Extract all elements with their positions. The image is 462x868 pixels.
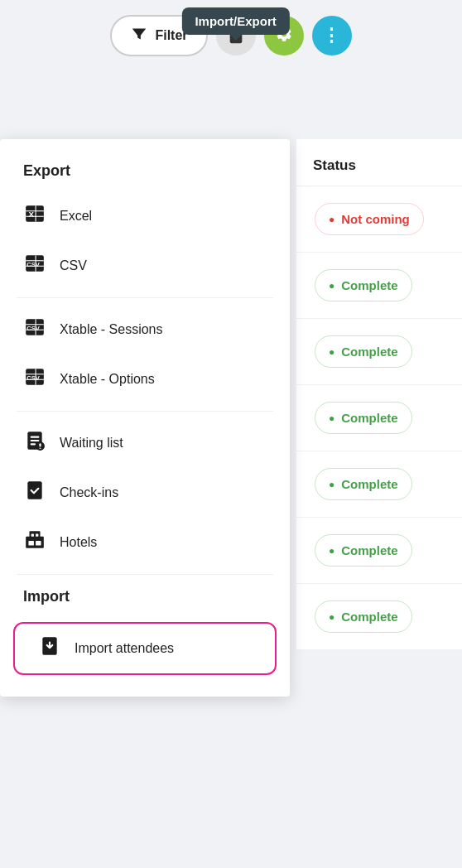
status-badge-complete-5: ● Complete <box>315 534 412 567</box>
hotels-icon <box>23 529 46 556</box>
svg-rect-29 <box>30 531 41 538</box>
import-attendees-icon <box>38 635 61 662</box>
menu-item-xtable-sessions[interactable]: CSV Xtable - Sessions <box>0 305 290 354</box>
export-import-menu: Export X Excel CSV <box>0 139 290 697</box>
svg-rect-25 <box>39 443 41 446</box>
complete-label-1: Complete <box>341 278 397 292</box>
complete-label-3: Complete <box>341 411 397 425</box>
tooltip-label: Import/Export <box>195 14 276 28</box>
status-panel: Status ● Not coming ● Complete ● <box>296 139 462 650</box>
menu-item-csv[interactable]: CSV CSV <box>0 241 290 291</box>
xtable-sessions-icon: CSV <box>23 316 46 343</box>
toolbar: Filter Import/Export ⋮ <box>0 0 462 65</box>
status-badge-complete-3: ● Complete <box>315 402 412 434</box>
svg-rect-31 <box>36 541 41 545</box>
status-row-3: ● Complete <box>296 385 462 451</box>
xtable-options-icon: CSV <box>23 366 46 393</box>
menu-item-check-ins[interactable]: Check-ins <box>0 468 290 518</box>
status-badge-complete-4: ● Complete <box>315 468 412 500</box>
status-row-6: ● Complete <box>296 584 462 650</box>
svg-text:CSV: CSV <box>26 374 40 382</box>
complete-dot-2: ● <box>329 346 334 358</box>
excel-label: Excel <box>60 209 92 224</box>
divider-3 <box>17 574 273 575</box>
divider-2 <box>17 411 273 412</box>
status-row-1: ● Complete <box>296 253 462 319</box>
not-coming-label: Not coming <box>341 212 410 226</box>
complete-dot-4: ● <box>329 479 334 490</box>
status-badge-not-coming: ● Not coming <box>315 203 424 235</box>
status-header: Status <box>296 139 462 186</box>
status-rows: ● Not coming ● Complete ● Complete <box>296 186 462 650</box>
complete-label-5: Complete <box>341 543 397 557</box>
status-badge-complete-1: ● Complete <box>315 269 412 301</box>
import-export-tooltip: Import/Export <box>181 7 289 35</box>
svg-text:CSV: CSV <box>26 261 40 268</box>
import-attendees-label: Import attendees <box>75 641 174 656</box>
complete-dot-5: ● <box>329 545 334 557</box>
status-row-5: ● Complete <box>296 518 462 584</box>
svg-rect-23 <box>31 443 36 445</box>
svg-rect-27 <box>27 481 41 499</box>
check-ins-label: Check-ins <box>60 485 118 500</box>
svg-rect-22 <box>31 440 40 441</box>
export-section-title: Export <box>0 156 290 191</box>
more-icon: ⋮ <box>322 25 341 46</box>
import-export-wrapper: Import/Export <box>216 16 256 55</box>
complete-label-6: Complete <box>341 610 397 624</box>
status-badge-complete-6: ● Complete <box>315 600 412 633</box>
check-ins-icon <box>23 480 46 506</box>
waiting-list-icon <box>23 430 46 456</box>
not-coming-dot: ● <box>329 214 334 225</box>
more-options-button[interactable]: ⋮ <box>312 16 352 55</box>
excel-icon: X <box>23 203 46 229</box>
csv-label: CSV <box>60 258 87 273</box>
status-row-4: ● Complete <box>296 451 462 518</box>
hotels-label: Hotels <box>60 535 97 550</box>
svg-rect-33 <box>36 533 38 536</box>
menu-item-xtable-options[interactable]: CSV Xtable - Options <box>0 354 290 404</box>
svg-rect-32 <box>31 533 34 536</box>
status-row-0: ● Not coming <box>296 186 462 253</box>
waiting-list-label: Waiting list <box>60 436 123 451</box>
filter-icon <box>130 25 148 46</box>
status-row-2: ● Complete <box>296 319 462 385</box>
xtable-sessions-label: Xtable - Sessions <box>60 322 163 337</box>
svg-text:CSV: CSV <box>26 325 40 332</box>
import-section-title: Import <box>0 581 290 617</box>
menu-item-import-attendees[interactable]: Import attendees <box>13 622 277 675</box>
divider-1 <box>17 297 273 298</box>
menu-item-excel[interactable]: X Excel <box>0 191 290 241</box>
svg-rect-21 <box>31 436 40 438</box>
status-badge-complete-2: ● Complete <box>315 335 412 368</box>
xtable-options-label: Xtable - Options <box>60 372 155 387</box>
complete-dot-1: ● <box>329 280 334 292</box>
complete-label-2: Complete <box>341 345 397 359</box>
complete-dot-3: ● <box>329 412 334 424</box>
menu-item-hotels[interactable]: Hotels <box>0 518 290 567</box>
complete-dot-6: ● <box>329 611 334 623</box>
svg-rect-26 <box>39 448 41 449</box>
svg-rect-30 <box>28 541 34 545</box>
complete-label-4: Complete <box>341 477 397 491</box>
menu-item-waiting-list[interactable]: Waiting list <box>0 418 290 468</box>
csv-icon: CSV <box>23 253 46 279</box>
